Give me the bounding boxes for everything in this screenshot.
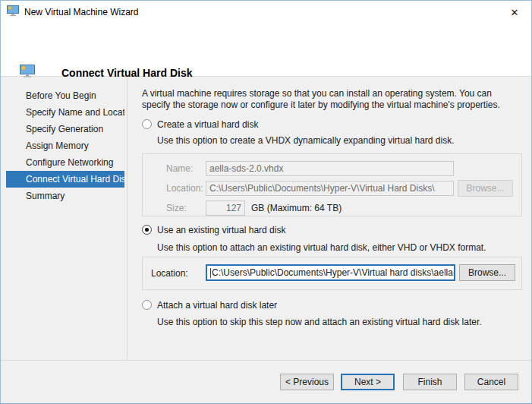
wizard-steps-sidebar: Before You Begin Specify Name and Locati… bbox=[1, 77, 127, 360]
size-field: 127 bbox=[206, 200, 245, 216]
location-field-value: C:\Users\Public\Documents\Hyper-V\Virtua… bbox=[212, 267, 455, 278]
radio-existing-label[interactable]: Use an existing virtual hard disk bbox=[157, 225, 285, 235]
location-field[interactable]: C:\Users\Public\Documents\Hyper-V\Virtua… bbox=[206, 264, 455, 281]
wizard-footer: < Previous Next > Finish Cancel bbox=[1, 361, 531, 403]
wizard-app-icon bbox=[7, 5, 19, 18]
wizard-header: Connect Virtual Hard Disk bbox=[1, 23, 531, 77]
radio-create-label[interactable]: Create a virtual hard disk bbox=[157, 119, 258, 130]
radio-unselected-icon[interactable] bbox=[142, 300, 152, 310]
size-label: Size: bbox=[166, 203, 187, 213]
sidebar-item-specify-name-location[interactable]: Specify Name and Location bbox=[6, 104, 124, 121]
location-label-disabled: Location: bbox=[166, 183, 203, 194]
wizard-window: New Virtual Machine Wizard ✕ Connect Vir… bbox=[0, 0, 532, 404]
close-icon[interactable]: ✕ bbox=[507, 5, 522, 20]
titlebar: New Virtual Machine Wizard ✕ bbox=[1, 1, 531, 23]
intro-text: A virtual machine requires storage so th… bbox=[142, 88, 508, 111]
text-caret bbox=[210, 268, 211, 278]
radio-unselected-icon[interactable] bbox=[142, 119, 152, 129]
location-field-disabled: C:\Users\Public\Documents\Hyper-V\Virtua… bbox=[206, 181, 454, 196]
sidebar-item-assign-memory[interactable]: Assign Memory bbox=[6, 137, 124, 154]
create-fields-groupbox: Name: aella-sds-2.0.vhdx Location: C:\Us… bbox=[142, 153, 522, 216]
vm-monitor-icon bbox=[20, 65, 35, 80]
sidebar-item-connect-virtual-hard-disk[interactable]: Connect Virtual Hard Disk bbox=[6, 171, 124, 188]
next-button[interactable]: Next > bbox=[341, 374, 395, 390]
radio-attach-virtual-hard-disk-later[interactable]: Attach a virtual hard disk later bbox=[142, 300, 277, 311]
browse-button-disabled: Browse... bbox=[458, 180, 513, 197]
radio-create-virtual-hard-disk[interactable]: Create a virtual hard disk bbox=[142, 119, 258, 130]
radio-use-existing-virtual-hard-disk[interactable]: Use an existing virtual hard disk bbox=[142, 225, 285, 235]
attach-later-description: Use this option to skip this step now an… bbox=[157, 317, 482, 327]
existing-fields-groupbox: Location: C:\Users\Public\Documents\Hype… bbox=[142, 257, 522, 290]
name-field: aella-sds-2.0.vhdx bbox=[206, 161, 454, 176]
create-description: Use this option to create a VHDX dynamic… bbox=[157, 135, 455, 146]
sidebar-item-before-you-begin[interactable]: Before You Begin bbox=[6, 87, 124, 104]
sidebar-item-specify-generation[interactable]: Specify Generation bbox=[6, 121, 124, 137]
sidebar-item-summary[interactable]: Summary bbox=[6, 188, 124, 204]
radio-selected-icon[interactable] bbox=[142, 225, 152, 235]
wizard-content: A virtual machine requires storage so th… bbox=[127, 77, 531, 360]
window-title: New Virtual Machine Wizard bbox=[24, 7, 139, 17]
wizard-body: Before You Begin Specify Name and Locati… bbox=[1, 77, 531, 361]
browse-button[interactable]: Browse... bbox=[459, 264, 515, 281]
finish-button[interactable]: Finish bbox=[403, 374, 457, 390]
radio-attach-later-label[interactable]: Attach a virtual hard disk later bbox=[157, 300, 277, 311]
size-units-text: GB (Maximum: 64 TB) bbox=[251, 203, 342, 213]
existing-description: Use this option to attach an existing vi… bbox=[157, 242, 486, 253]
location-label: Location: bbox=[151, 268, 188, 279]
name-label: Name: bbox=[166, 163, 193, 174]
previous-button[interactable]: < Previous bbox=[280, 374, 334, 390]
sidebar-item-configure-networking[interactable]: Configure Networking bbox=[6, 154, 124, 171]
cancel-button[interactable]: Cancel bbox=[464, 374, 518, 390]
